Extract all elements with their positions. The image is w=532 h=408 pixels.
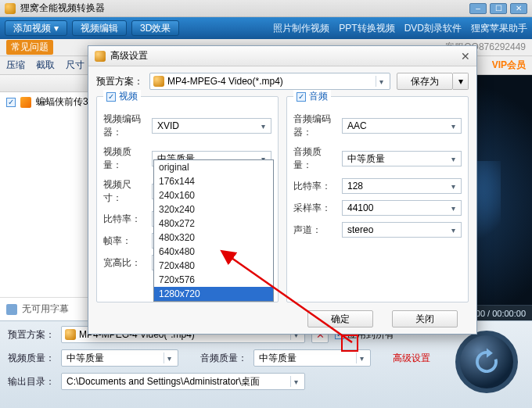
video-header: ✓ 视频 — [103, 90, 141, 103]
size-option[interactable]: 240x160 — [154, 188, 273, 202]
edit-video-button[interactable]: 视频编辑 — [72, 20, 127, 36]
aq-label: 音频质量： — [200, 352, 247, 365]
chevron-down-icon — [447, 224, 459, 236]
video-size-dropdown[interactable]: original 176x144 240x160 320x240 480x272… — [153, 159, 274, 302]
audio-quality-field[interactable]: 中等质量 — [342, 151, 462, 166]
audio-enable-checkbox[interactable]: ✓ — [297, 92, 306, 102]
ok-button[interactable]: 确定 — [307, 310, 373, 327]
annotation-label: 高级设置 — [393, 352, 430, 365]
preset-label: 预置方案： — [8, 328, 55, 342]
app-icon — [5, 3, 16, 14]
main-toolbar: 添加视频▾ 视频编辑 3D效果 照片制作视频 PPT转换视频 DVD刻录软件 狸… — [0, 17, 532, 39]
audio-samplerate-combo[interactable]: 44100 — [342, 200, 462, 216]
link-apple-helper[interactable]: 狸窝苹果助手 — [471, 22, 527, 35]
close-button[interactable]: 关闭 — [392, 310, 458, 327]
size-option[interactable]: 480x272 — [154, 217, 273, 231]
audio-bitrate-combo[interactable]: 128 — [342, 178, 462, 194]
video-enable-checkbox[interactable]: ✓ — [106, 92, 116, 102]
tool-size[interactable]: 尺寸 — [66, 59, 84, 72]
outdir-label: 输出目录： — [8, 375, 55, 388]
size-option[interactable]: 176x144 — [154, 174, 273, 188]
size-option-selected[interactable]: 1280x720 — [154, 287, 273, 301]
dialog-close-button[interactable]: ✕ — [461, 50, 470, 63]
output-dir-combo[interactable]: C:\Documents and Settings\Administrator\… — [61, 373, 305, 390]
3d-effect-button[interactable]: 3D效果 — [131, 20, 179, 36]
subtitle-icon — [6, 304, 17, 315]
file-name: 蝙蝠侠前传3 — [36, 95, 88, 109]
chevron-down-icon — [376, 76, 386, 87]
maximize-button[interactable]: ☐ — [490, 3, 507, 14]
modal-preset-combo[interactable]: MP4-MPEG-4 Video(*.mp4) — [149, 73, 390, 90]
save-as-dropdown[interactable]: ▾ — [453, 73, 469, 90]
vq-label: 视频质量： — [8, 352, 55, 365]
dialog-titlebar: 高级设置 ✕ — [88, 46, 476, 66]
size-option[interactable]: 720x576 — [154, 273, 273, 287]
faq-badge[interactable]: 常见问题 — [6, 40, 53, 55]
chevron-down-icon — [447, 180, 459, 192]
audio-quality-combo[interactable]: 中等质量 — [253, 349, 371, 367]
audio-codec-combo[interactable]: AAC — [342, 118, 462, 134]
size-option[interactable]: 640x480 — [154, 245, 273, 259]
link-dvd-burn[interactable]: DVD刻录软件 — [404, 22, 462, 35]
preset-icon — [153, 76, 164, 87]
advanced-settings-dialog: 高级设置 ✕ 预置方案： MP4-MPEG-4 Video(*.mp4) 保存为… — [88, 45, 477, 335]
link-ppt-video[interactable]: PPT转换视频 — [339, 22, 394, 35]
tool-clip[interactable]: 截取 — [36, 59, 55, 72]
convert-button[interactable] — [455, 331, 518, 393]
vip-link[interactable]: VIP会员 — [492, 59, 526, 72]
modal-preset-label: 预置方案： — [96, 75, 143, 88]
size-option[interactable]: 320x240 — [154, 202, 273, 217]
audio-section: ✓ 音频 音频编码器： AAC 音频质量： 中等质量 比特率： 128 采样率：… — [286, 96, 469, 302]
chevron-down-icon — [447, 152, 459, 165]
subtitle-label: 无可用字幕 — [22, 302, 69, 316]
link-photo-video[interactable]: 照片制作视频 — [273, 22, 329, 35]
size-option[interactable]: 720x480 — [154, 259, 273, 273]
audio-channels-combo[interactable]: stereo — [342, 222, 462, 238]
preset-icon — [65, 329, 76, 340]
video-codec-combo[interactable]: XVID — [152, 118, 271, 134]
add-video-button[interactable]: 添加视频▾ — [5, 20, 67, 36]
titlebar: 狸窝全能视频转换器 – ☐ ✕ — [0, 0, 532, 17]
chevron-down-icon — [257, 120, 269, 132]
file-icon — [20, 97, 31, 108]
close-window-button[interactable]: ✕ — [510, 3, 527, 14]
chevron-down-icon — [356, 353, 367, 363]
size-option[interactable]: original — [154, 160, 273, 174]
save-as-button[interactable]: 保存为 — [397, 73, 453, 90]
chevron-down-icon — [447, 202, 459, 214]
chevron-down-icon — [164, 353, 174, 363]
chevron-down-icon — [290, 376, 301, 387]
chevron-down-icon — [447, 120, 459, 132]
refresh-icon — [470, 345, 503, 378]
tool-compress[interactable]: 压缩 — [6, 59, 25, 72]
row-checkbox[interactable]: ✓ — [6, 98, 16, 107]
dialog-icon — [95, 51, 106, 62]
minimize-button[interactable]: – — [469, 3, 487, 14]
video-section: ✓ 视频 视频编码器： XVID 视频质量： 中等质量 视频尺寸： 1280x7… — [96, 96, 279, 302]
audio-header: ✓ 音频 — [293, 90, 331, 103]
size-option[interactable]: 480x320 — [154, 231, 273, 245]
video-quality-combo[interactable]: 中等质量 — [61, 349, 178, 367]
app-title: 狸窝全能视频转换器 — [20, 2, 105, 15]
dialog-title: 高级设置 — [110, 49, 148, 63]
